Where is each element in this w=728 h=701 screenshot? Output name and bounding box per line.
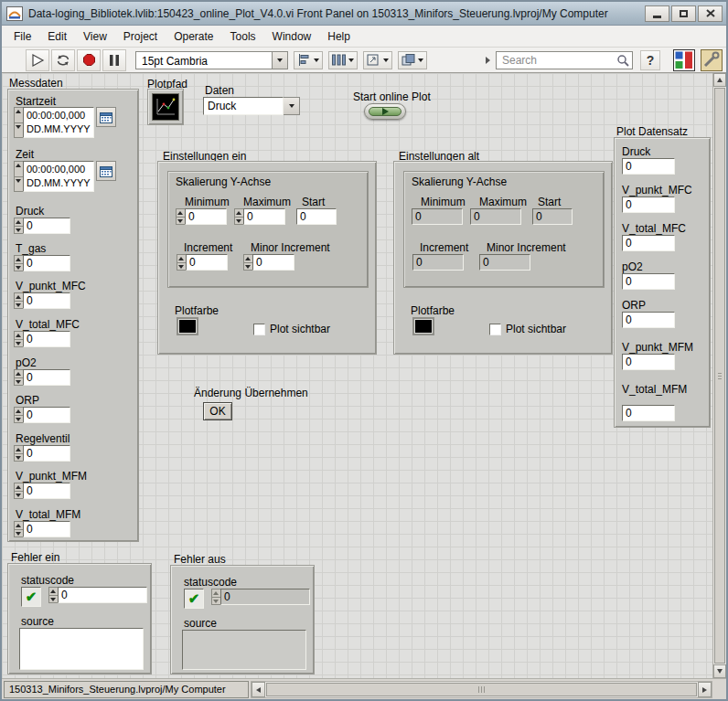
minimum-control[interactable]: 0	[176, 208, 227, 225]
spinner-icon[interactable]	[14, 161, 23, 192]
abort-button[interactable]	[77, 49, 101, 71]
po2-value[interactable]: 0	[23, 369, 70, 386]
menu-edit[interactable]: Edit	[39, 27, 75, 47]
run-continuously-button[interactable]	[51, 49, 75, 71]
status-boolean[interactable]: ✔	[21, 587, 41, 607]
scroll-down-button[interactable]	[713, 664, 726, 678]
menu-view[interactable]: View	[75, 27, 115, 47]
startzeit-control[interactable]: 00:00:00,000 DD.MM.YYYY	[14, 107, 116, 138]
menu-operate[interactable]: Operate	[166, 27, 221, 47]
v-total-mfc-value[interactable]: 0	[23, 331, 70, 347]
plot-sichtbar-checkbox[interactable]: Plot sichtbar	[253, 323, 330, 335]
spinner-icon[interactable]	[176, 208, 185, 225]
vertical-scrollbar-thumb[interactable]	[714, 88, 725, 664]
context-help-button[interactable]: ?	[640, 50, 660, 70]
v-total-mfc-control[interactable]: 0	[14, 331, 70, 347]
horizontal-scrollbar[interactable]	[251, 681, 712, 698]
v-punkt-mfm-value[interactable]: 0	[23, 483, 70, 499]
spinner-icon[interactable]	[14, 521, 23, 537]
chevron-down-icon[interactable]	[284, 97, 300, 115]
daten-dropdown[interactable]: Druck	[203, 97, 300, 115]
search-input[interactable]: Search	[497, 54, 616, 67]
t-gas-control[interactable]: 0	[14, 255, 70, 271]
menu-tools[interactable]: Tools	[222, 27, 264, 47]
zeit-control[interactable]: 00:00:00,000 DD.MM.YYYY	[14, 161, 116, 192]
regelventil-value[interactable]: 0	[23, 445, 70, 462]
project-context-tab[interactable]: 150313_Minifors_Steuerung.lvproj/My Comp…	[4, 681, 249, 698]
t-gas-value[interactable]: 0	[23, 255, 70, 271]
plotfarbe-colorbox[interactable]	[177, 317, 198, 335]
spinner-icon[interactable]	[14, 331, 23, 347]
close-button[interactable]	[698, 5, 723, 22]
v-punkt-mfm-control[interactable]: 0	[14, 483, 70, 499]
startzeit-calendar-button[interactable]	[96, 107, 116, 127]
orp-value[interactable]: 0	[23, 407, 70, 423]
resize-objects-dropdown[interactable]	[363, 51, 392, 69]
v-punkt-mfc-value[interactable]: 0	[23, 292, 70, 309]
start-control[interactable]: 0	[296, 208, 337, 225]
chevron-down-icon[interactable]	[272, 52, 287, 69]
distribute-objects-dropdown[interactable]	[328, 51, 358, 69]
minor-increment-value[interactable]: 0	[252, 254, 294, 271]
maximum-value[interactable]: 0	[243, 208, 285, 225]
zeit-value[interactable]: 00:00:00,000 DD.MM.YYYY	[23, 161, 94, 192]
font-selector[interactable]: 15pt Cambria	[135, 51, 288, 69]
code-control[interactable]: 0	[48, 587, 147, 603]
zeit-calendar-button[interactable]	[96, 161, 116, 181]
po2-control[interactable]: 0	[14, 369, 70, 386]
spinner-icon[interactable]	[234, 208, 243, 225]
start-online-plot-button[interactable]	[364, 103, 406, 120]
v-total-mfm-control[interactable]: 0	[14, 521, 70, 537]
vertical-scrollbar[interactable]	[712, 73, 726, 678]
menu-help[interactable]: Help	[319, 27, 359, 47]
spinner-icon[interactable]	[14, 483, 23, 499]
checkbox-icon[interactable]	[253, 324, 265, 335]
scroll-up-button[interactable]	[713, 73, 726, 87]
spinner-icon[interactable]	[14, 255, 23, 271]
minimum-value[interactable]: 0	[185, 208, 227, 225]
pd-v-total-mfm-value: 0	[622, 405, 675, 421]
druck-value[interactable]: 0	[23, 218, 70, 234]
reorder-dropdown[interactable]	[398, 51, 427, 69]
maximize-button[interactable]	[671, 5, 696, 22]
scroll-left-button[interactable]	[252, 682, 265, 697]
spinner-icon[interactable]	[14, 445, 23, 462]
tools-palette-icon[interactable]	[701, 49, 723, 71]
v-total-mfm-value[interactable]: 0	[23, 521, 70, 537]
spinner-icon[interactable]	[14, 218, 23, 234]
spinner-icon[interactable]	[14, 107, 23, 138]
plotpfad-control[interactable]	[147, 89, 184, 125]
spinner-icon[interactable]	[14, 369, 23, 386]
run-button[interactable]	[26, 49, 49, 71]
palette-icon[interactable]	[673, 49, 695, 71]
search-box[interactable]: Search	[496, 51, 633, 69]
start-value[interactable]: 0	[296, 208, 337, 225]
menu-window[interactable]: Window	[264, 27, 320, 47]
menu-project[interactable]: Project	[115, 27, 166, 47]
source-string[interactable]	[19, 628, 144, 670]
orp-control[interactable]: 0	[14, 407, 70, 423]
daten-dropdown-value[interactable]: Druck	[203, 97, 284, 115]
increment-value[interactable]: 0	[186, 254, 228, 271]
horizontal-scrollbar-thumb[interactable]	[266, 683, 697, 696]
code-value[interactable]: 0	[58, 587, 147, 603]
ok-button[interactable]: OK	[203, 402, 232, 420]
menu-file[interactable]: File	[5, 27, 39, 47]
spinner-icon[interactable]	[243, 254, 252, 271]
v-punkt-mfc-control[interactable]: 0	[14, 292, 70, 309]
minor-increment-control[interactable]: 0	[243, 254, 294, 271]
scroll-right-button[interactable]	[698, 682, 712, 697]
increment-control[interactable]: 0	[177, 254, 228, 271]
pause-button[interactable]	[102, 49, 126, 71]
align-objects-dropdown[interactable]	[294, 51, 323, 69]
druck-control[interactable]: 0	[14, 218, 70, 234]
spinner-icon[interactable]	[14, 292, 23, 309]
startzeit-value[interactable]: 00:00:00,000 DD.MM.YYYY	[23, 107, 94, 138]
spinner-icon[interactable]	[177, 254, 186, 271]
spinner-icon[interactable]	[14, 407, 23, 423]
regelventil-control[interactable]: 0	[14, 445, 70, 462]
maximum-control[interactable]: 0	[234, 208, 285, 225]
minimize-button[interactable]	[645, 5, 669, 22]
spinner-icon[interactable]	[48, 587, 58, 603]
toolbar-more-chevron-icon[interactable]	[486, 57, 490, 64]
